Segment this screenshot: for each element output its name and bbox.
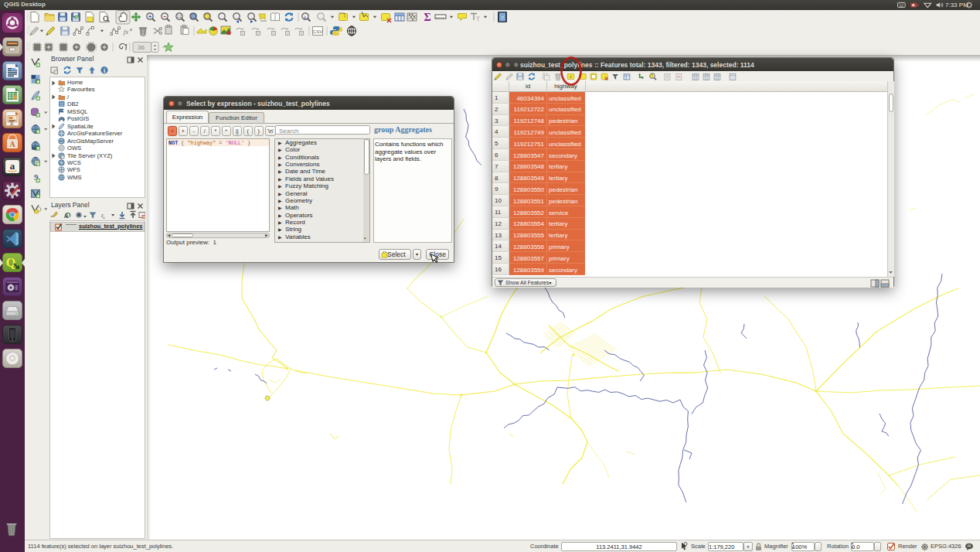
svg-text:Q: Q <box>6 256 15 269</box>
svg-text:A: A <box>9 140 15 148</box>
svg-text:i: i <box>104 67 105 74</box>
svg-text:ε: ε <box>101 212 104 219</box>
svg-text:36: 36 <box>138 44 145 51</box>
svg-text:?: ? <box>501 15 503 21</box>
svg-text:1:1: 1:1 <box>177 15 182 19</box>
svg-text:+: + <box>148 14 151 19</box>
svg-text:fx: fx <box>124 28 129 36</box>
svg-text:−: − <box>163 14 166 19</box>
svg-text:i: i <box>305 15 306 21</box>
svg-text:a: a <box>10 160 15 172</box>
